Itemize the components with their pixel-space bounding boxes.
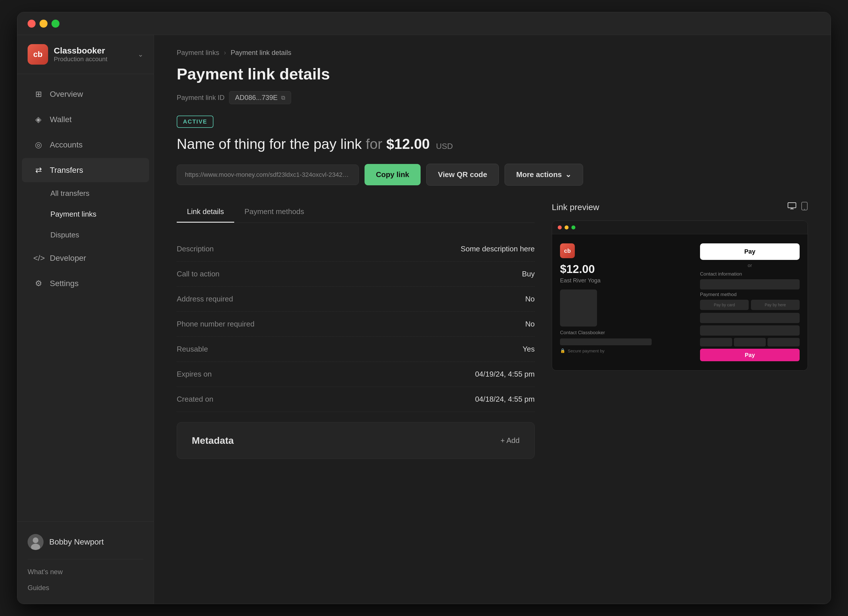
view-qr-button[interactable]: View QR code bbox=[426, 164, 499, 186]
tab-link-details[interactable]: Link details bbox=[177, 202, 234, 223]
user-name: Bobby Newport bbox=[49, 537, 104, 546]
preview-header: Link preview bbox=[552, 202, 808, 213]
traffic-lights bbox=[28, 20, 59, 28]
detail-value: No bbox=[525, 295, 535, 303]
detail-value: Buy bbox=[522, 270, 535, 278]
sidebar-sub-label: Payment links bbox=[50, 210, 96, 219]
card-input-row-3 bbox=[700, 338, 800, 346]
pay-link-for-text: for bbox=[366, 136, 386, 152]
preview-secure: 🔒 Secure payment by bbox=[560, 348, 691, 353]
breadcrumb-separator: › bbox=[224, 49, 226, 56]
detail-row: Created on 04/18/24, 4:55 pm bbox=[177, 387, 535, 412]
status-badge: ACTIVE bbox=[177, 116, 213, 128]
preview-dot-green bbox=[571, 226, 575, 229]
pay-link-amount: $12.00 bbox=[387, 136, 430, 152]
card-zip bbox=[768, 338, 800, 346]
detail-value: 04/19/24, 4:55 pm bbox=[475, 370, 535, 379]
payment-id-label: Payment link ID bbox=[177, 94, 224, 102]
sidebar-brand[interactable]: cb Classbooker Production account bbox=[28, 44, 107, 65]
preview-left: cb $12.00 East River Yoga Contact Classb… bbox=[560, 243, 691, 361]
sidebar-item-disputes[interactable]: Disputes bbox=[22, 225, 149, 245]
detail-row: Phone number required No bbox=[177, 312, 535, 337]
breadcrumb-current: Payment link details bbox=[230, 49, 291, 56]
preview-right: Pay or Contact information Payment metho… bbox=[700, 243, 800, 361]
mobile-view-button[interactable] bbox=[801, 202, 808, 213]
wallet-icon: ◈ bbox=[33, 115, 43, 124]
svg-point-5 bbox=[804, 209, 805, 210]
breadcrumb-parent[interactable]: Payment links bbox=[177, 49, 219, 56]
close-button[interactable] bbox=[28, 20, 36, 28]
chevron-down-icon: ⌄ bbox=[138, 50, 144, 58]
maximize-button[interactable] bbox=[52, 20, 59, 28]
sidebar-sub-label: All transfers bbox=[50, 189, 89, 198]
detail-label: Address required bbox=[177, 295, 233, 303]
sidebar-sub-label: Disputes bbox=[50, 230, 79, 239]
preview-view-buttons bbox=[787, 202, 808, 213]
apple-pay-button[interactable]: Pay bbox=[700, 243, 800, 260]
sidebar-item-settings[interactable]: ⚙ Settings bbox=[22, 271, 149, 295]
svg-rect-3 bbox=[788, 203, 796, 208]
app-window: cb Classbooker Production account ⌄ ⊞ Ov… bbox=[17, 12, 831, 604]
two-col-layout: Link details Payment methods Description… bbox=[177, 202, 808, 459]
footer-links: What's new Guides bbox=[28, 559, 144, 596]
card-cvv bbox=[734, 338, 766, 346]
settings-icon: ⚙ bbox=[33, 279, 43, 288]
sidebar-item-label: Accounts bbox=[50, 140, 83, 150]
metadata-title: Metadata bbox=[192, 435, 234, 446]
chevron-down-icon: ⌄ bbox=[565, 170, 571, 179]
or-divider: or bbox=[700, 263, 800, 269]
sidebar-item-developer[interactable]: </> Developer bbox=[22, 246, 149, 270]
detail-value: 04/18/24, 4:55 pm bbox=[475, 395, 535, 404]
preview-sub-1 bbox=[560, 338, 652, 345]
app-body: cb Classbooker Production account ⌄ ⊞ Ov… bbox=[17, 35, 831, 604]
user-row: Bobby Newport bbox=[28, 530, 144, 555]
pay-link-name: Name of thing for the pay link bbox=[177, 136, 362, 152]
url-display: https://www.moov-money.com/sdf23ldxc1-32… bbox=[177, 165, 359, 185]
copy-link-button[interactable]: Copy link bbox=[365, 164, 421, 185]
card-input-1 bbox=[700, 313, 800, 323]
detail-row: Description Some description here bbox=[177, 236, 535, 261]
detail-row: Reusable Yes bbox=[177, 337, 535, 362]
developer-icon: </> bbox=[33, 254, 43, 263]
tabs: Link details Payment methods bbox=[177, 202, 535, 223]
preview-dot-red bbox=[558, 226, 562, 229]
breadcrumb: Payment links › Payment link details bbox=[177, 49, 808, 56]
desktop-view-button[interactable] bbox=[787, 202, 796, 213]
pay-button-preview[interactable]: Pay bbox=[700, 349, 800, 361]
brand-icon: cb bbox=[28, 44, 48, 65]
sidebar-header: cb Classbooker Production account ⌄ bbox=[17, 35, 154, 74]
add-metadata-button[interactable]: + Add bbox=[501, 436, 520, 445]
copy-id-icon[interactable]: ⧉ bbox=[281, 95, 285, 101]
sidebar-item-overview[interactable]: ⊞ Overview bbox=[22, 82, 149, 106]
sidebar-item-transfers[interactable]: ⇄ Transfers bbox=[22, 158, 149, 182]
preview-window: cb $12.00 East River Yoga Contact Classb… bbox=[552, 221, 808, 371]
pay-by-here-button[interactable]: Pay by here bbox=[751, 300, 800, 310]
tab-payment-methods[interactable]: Payment methods bbox=[234, 202, 314, 223]
whats-new-link[interactable]: What's new bbox=[28, 564, 144, 580]
detail-label: Description bbox=[177, 245, 214, 253]
sidebar-item-label: Transfers bbox=[50, 166, 83, 175]
pay-method-row: Pay by card Pay by here bbox=[700, 300, 800, 310]
sidebar-item-accounts[interactable]: ◎ Accounts bbox=[22, 133, 149, 157]
sidebar-nav: ⊞ Overview ◈ Wallet ◎ Accounts ⇄ Transfe… bbox=[17, 74, 154, 521]
detail-value: No bbox=[525, 320, 535, 328]
detail-row: Address required No bbox=[177, 286, 535, 312]
detail-label: Reusable bbox=[177, 345, 208, 353]
minimize-button[interactable] bbox=[40, 20, 47, 28]
preview-amount: $12.00 bbox=[560, 263, 691, 276]
details-table: Description Some description here Call t… bbox=[177, 236, 535, 412]
guides-link[interactable]: Guides bbox=[28, 580, 144, 596]
sidebar-item-label: Settings bbox=[50, 279, 79, 288]
pay-link-title: Name of thing for the pay link for $12.0… bbox=[177, 136, 808, 152]
preview-body: cb $12.00 East River Yoga Contact Classb… bbox=[552, 234, 808, 370]
detail-row: Expires on 04/19/24, 4:55 pm bbox=[177, 362, 535, 387]
detail-row: Call to action Buy bbox=[177, 261, 535, 286]
sidebar-item-all-transfers[interactable]: All transfers bbox=[22, 183, 149, 203]
sidebar-item-wallet[interactable]: ◈ Wallet bbox=[22, 107, 149, 132]
pay-by-card-button[interactable]: Pay by card bbox=[700, 300, 749, 310]
sidebar-item-payment-links[interactable]: Payment links bbox=[22, 204, 149, 224]
brand-text: Classbooker Production account bbox=[54, 46, 107, 63]
accounts-icon: ◎ bbox=[33, 140, 43, 150]
more-actions-button[interactable]: More actions ⌄ bbox=[504, 164, 583, 186]
detail-value: Yes bbox=[523, 345, 535, 353]
